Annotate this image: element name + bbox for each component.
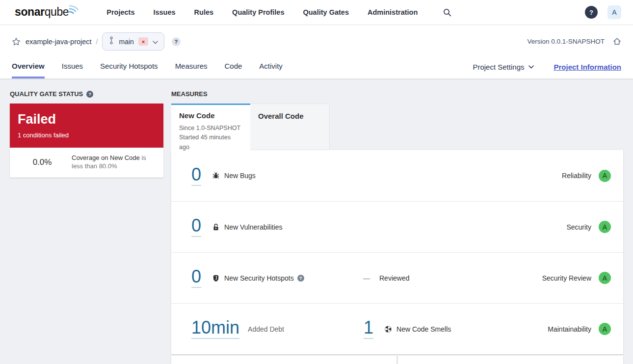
- hotspots-reviewed-group: — Reviewed: [363, 274, 409, 282]
- reliability-label: Reliability: [562, 172, 591, 180]
- security-hotspot-shield-icon: [212, 274, 220, 282]
- reviewed-value-dash: —: [363, 274, 370, 282]
- security-rating: Security A: [566, 221, 611, 233]
- quality-gate-panel: QUALITY GATE STATUS ? Failed 1 condition…: [10, 91, 163, 364]
- overall-code-tab-label: Overall Code: [258, 112, 321, 120]
- branch-selector[interactable]: main ×: [102, 32, 164, 51]
- logo-text-light: qube: [45, 6, 69, 18]
- new-code-since: Since 1.0-SNAPSHOT: [179, 124, 242, 133]
- measures-rows-card: 0 New Bugs Reliabilit: [171, 150, 623, 354]
- new-vulnerabilities-label: New Vulnerabilities: [224, 223, 283, 231]
- new-security-hotspots-count-link[interactable]: 0: [191, 268, 201, 288]
- project-settings-label: Project Settings: [473, 63, 524, 71]
- project-settings-menu[interactable]: Project Settings: [473, 63, 534, 71]
- branch-help-icon[interactable]: ?: [172, 37, 181, 46]
- version-label: Version 0.0.1-SNAPSHOT: [527, 38, 605, 45]
- topnav-right: ? A: [585, 5, 621, 19]
- top-navbar: sonarqube Projects Issues Rules Quality …: [0, 0, 633, 25]
- breadcrumb-project-link[interactable]: example-java-project: [26, 38, 92, 46]
- maintainability-label: Maintainability: [548, 325, 591, 333]
- measures-tabs: New Code Since 1.0-SNAPSHOT Started 45 m…: [171, 104, 623, 150]
- branch-failed-badge: ×: [138, 37, 148, 46]
- new-code-tab-label: New Code: [179, 111, 242, 120]
- maintainability-rating: Maintainability A: [548, 323, 611, 335]
- main-nav: Projects Issues Rules Quality Profiles Q…: [106, 8, 451, 17]
- reliability-rating: Reliability A: [562, 170, 611, 182]
- duplications-card-partial: [398, 356, 623, 364]
- branch-name: main: [119, 38, 133, 46]
- logo-swoosh-icon: [69, 6, 83, 18]
- measure-row-vulnerabilities: 0 New Vulnerabilities Security A: [171, 201, 623, 252]
- quality-gate-conditions-summary: 1 conditions failed: [18, 131, 156, 139]
- measures-panel: MEASURES New Code Since 1.0-SNAPSHOT Sta…: [171, 91, 623, 364]
- home-icon[interactable]: [613, 37, 621, 46]
- condition-description: Coverage on New Code is less than 80.0%: [72, 154, 156, 171]
- new-bugs-label: New Bugs: [224, 172, 256, 180]
- tab-security-hotspots[interactable]: Security Hotspots: [100, 62, 158, 78]
- reliability-rating-badge[interactable]: A: [599, 170, 611, 182]
- condition-value: 0.0%: [26, 157, 58, 167]
- quality-gate-status: Failed: [18, 112, 156, 127]
- tab-activity[interactable]: Activity: [259, 62, 283, 78]
- coverage-card-partial: [171, 356, 396, 364]
- project-information-link[interactable]: Project Information: [554, 63, 621, 71]
- measure-row-bugs: 0 New Bugs Reliabilit: [171, 150, 623, 201]
- bug-icon: [212, 172, 220, 180]
- nav-rules[interactable]: Rules: [194, 8, 214, 16]
- chevron-down-icon: [153, 37, 158, 46]
- tabs-right: Project Settings Project Information: [473, 63, 621, 78]
- quality-gate-condition-row: 0.0% Coverage on New Code is less than 8…: [10, 148, 163, 178]
- quality-gate-status-banner: Failed 1 conditions failed: [10, 104, 163, 148]
- security-review-rating: Security Review A: [542, 272, 611, 284]
- favorite-star-icon[interactable]: [12, 37, 21, 46]
- vulnerability-lock-icon: [212, 223, 220, 231]
- nav-quality-gates[interactable]: Quality Gates: [303, 8, 348, 16]
- project-context-header: example-java-project / main × ? Version …: [0, 25, 633, 79]
- hotspots-help-icon[interactable]: ?: [297, 275, 304, 282]
- code-smells-group: 1 New Code Sme: [364, 319, 451, 339]
- breadcrumb: example-java-project / main × ? Version …: [12, 25, 621, 55]
- tab-measures[interactable]: Measures: [175, 62, 208, 78]
- new-code-started: Started 45 minutes ago: [179, 133, 242, 152]
- quality-gate-title-text: QUALITY GATE STATUS: [10, 91, 83, 97]
- sonarqube-logo[interactable]: sonarqube: [15, 6, 83, 18]
- nav-issues[interactable]: Issues: [153, 8, 175, 16]
- security-review-rating-badge[interactable]: A: [599, 272, 611, 284]
- tab-overview[interactable]: Overview: [12, 62, 45, 78]
- measure-row-maintainability: 10min Added Debt 1: [171, 303, 623, 354]
- security-label: Security: [566, 223, 591, 231]
- added-debt-label: Added Debt: [248, 325, 284, 333]
- nav-administration[interactable]: Administration: [368, 8, 418, 16]
- measures-title-text: MEASURES: [171, 91, 208, 97]
- tab-code[interactable]: Code: [224, 62, 242, 78]
- added-debt-value-link[interactable]: 10min: [191, 319, 239, 339]
- measure-row-security-hotspots: 0 New Security Hotspots ? — Reviewed Sec…: [171, 252, 623, 303]
- search-icon[interactable]: [443, 8, 451, 17]
- quality-gate-help-icon[interactable]: ?: [86, 91, 93, 98]
- tab-overall-code[interactable]: Overall Code: [250, 104, 330, 150]
- overview-main: QUALITY GATE STATUS ? Failed 1 condition…: [0, 79, 633, 364]
- breadcrumb-right: Version 0.0.1-SNAPSHOT: [527, 37, 621, 46]
- quality-gate-title: QUALITY GATE STATUS ?: [10, 91, 163, 97]
- security-review-label: Security Review: [542, 274, 591, 282]
- nav-projects[interactable]: Projects: [106, 8, 134, 16]
- measures-title: MEASURES: [171, 91, 623, 97]
- next-measure-cards: [171, 356, 623, 364]
- avatar[interactable]: A: [607, 5, 621, 19]
- new-security-hotspots-label: New Security Hotspots: [224, 274, 294, 282]
- new-vulnerabilities-count-link[interactable]: 0: [191, 217, 201, 237]
- maintainability-rating-badge[interactable]: A: [599, 323, 611, 335]
- new-bugs-count-link[interactable]: 0: [191, 166, 201, 186]
- nav-quality-profiles[interactable]: Quality Profiles: [232, 8, 284, 16]
- code-smell-icon: [384, 325, 392, 333]
- tab-new-code[interactable]: New Code Since 1.0-SNAPSHOT Started 45 m…: [171, 104, 250, 150]
- help-icon[interactable]: ?: [585, 6, 598, 19]
- new-code-smells-count-link[interactable]: 1: [364, 319, 373, 339]
- project-tabs: Overview Issues Security Hotspots Measur…: [12, 55, 621, 78]
- tab-issues[interactable]: Issues: [62, 62, 83, 78]
- condition-metric-link[interactable]: Coverage on New Code: [72, 154, 140, 161]
- chevron-down-icon: [528, 65, 534, 69]
- new-code-smells-label: New Code Smells: [396, 325, 451, 333]
- security-rating-badge[interactable]: A: [599, 221, 611, 233]
- breadcrumb-separator: /: [96, 38, 98, 46]
